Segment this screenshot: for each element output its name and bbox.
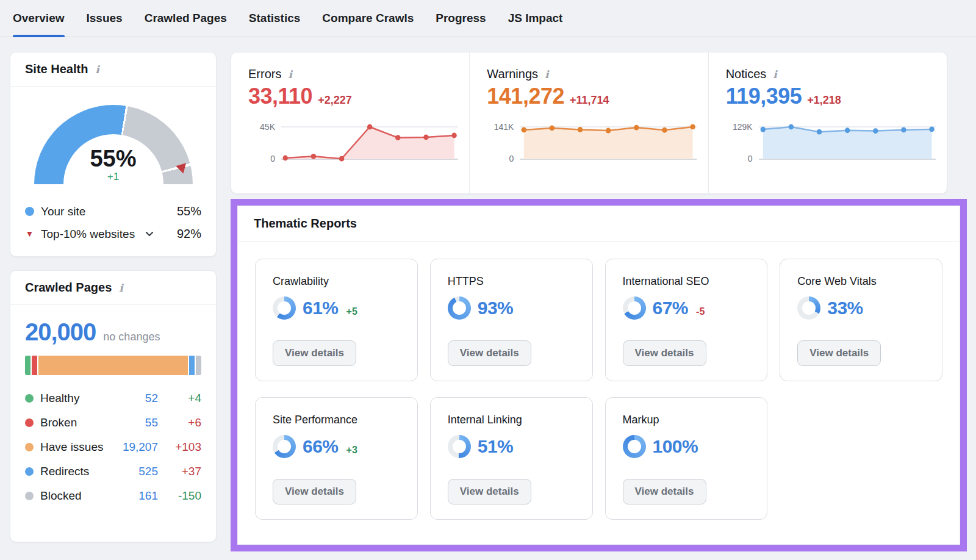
notices-info-icon[interactable]: i <box>772 68 778 81</box>
report-score: 61% <box>303 298 339 318</box>
site-health-score: 55% <box>34 146 193 171</box>
bar-segment-blocked <box>196 356 201 375</box>
top10-triangle-icon: ▼ <box>25 229 34 239</box>
score-ring-icon <box>448 435 471 458</box>
row-value[interactable]: 52 <box>145 392 158 405</box>
tab-crawled-pages[interactable]: Crawled Pages <box>145 0 227 37</box>
report-title: Site Performance <box>273 414 400 426</box>
view-details-button[interactable]: View details <box>273 340 356 366</box>
axis-label: 0 <box>270 154 275 163</box>
site-audit-overview-page: Overview Issues Crawled Pages Statistics… <box>0 0 976 560</box>
notices-count[interactable]: 119,395 <box>726 84 802 109</box>
report-title: Core Web Vitals <box>797 275 925 288</box>
row-value[interactable]: 55 <box>145 416 158 429</box>
axis-label: 129K <box>733 122 753 132</box>
thematic-card-site-performance: Site Performance 66%+3 View details <box>255 397 418 520</box>
blocked-dot-icon <box>25 492 34 500</box>
tab-issues[interactable]: Issues <box>87 0 123 37</box>
thematic-reports-highlight: Thematic Reports Crawlability 61%+5 View… <box>231 199 967 551</box>
view-details-button[interactable]: View details <box>623 479 706 504</box>
row-delta: +6 <box>165 416 201 429</box>
score-ring-icon <box>448 296 471 320</box>
view-details-button[interactable]: View details <box>623 340 706 366</box>
row-label: Blocked <box>40 489 82 503</box>
crawled-pages-card: Crawled Pages i 20,000 no changes <box>10 270 217 542</box>
site-health-header: Site Health i <box>10 52 216 87</box>
gauge-center: 55% +1 <box>34 146 193 183</box>
row-value[interactable]: 525 <box>138 465 158 478</box>
chevron-down-icon[interactable] <box>145 231 154 237</box>
notices-title: Notices <box>726 67 767 81</box>
pages-distribution-bar <box>25 356 201 375</box>
view-details-button[interactable]: View details <box>273 479 356 504</box>
kpi-notices-section: Notices i 119,395 +1,218 129K0 <box>708 52 947 193</box>
row-value[interactable]: 19,207 <box>123 440 158 454</box>
legend-value: 92% <box>177 227 201 241</box>
report-delta: +5 <box>346 306 357 320</box>
thematic-card-crawlability: Crawlability 61%+5 View details <box>255 259 418 381</box>
redirects-dot-icon <box>25 467 34 476</box>
errors-info-icon[interactable]: i <box>287 68 293 81</box>
legend-value: 55% <box>177 204 201 218</box>
crawled-pages-title: Crawled Pages <box>25 281 112 295</box>
crawled-total-note: no changes <box>103 331 160 343</box>
row-value[interactable]: 161 <box>138 489 158 503</box>
row-label: Redirects <box>40 465 89 478</box>
row-delta: +4 <box>165 392 201 405</box>
report-delta: -5 <box>696 306 705 320</box>
report-score: 33% <box>827 298 863 318</box>
healthy-dot-icon <box>25 394 34 403</box>
row-delta: +103 <box>165 440 201 454</box>
view-details-button[interactable]: View details <box>448 479 531 504</box>
errors-title: Errors <box>248 67 281 81</box>
issues-kpi-card: Errors i 33,110 +2,227 45K0 Warnings i 1… <box>231 52 947 194</box>
tab-progress[interactable]: Progress <box>436 0 486 37</box>
list-item-broken: Broken 55 +6 <box>25 411 201 435</box>
thematic-card-https: HTTPS 93% View details <box>430 259 593 381</box>
errors-delta: +2,227 <box>318 94 352 107</box>
errors-sparkline: 45K0 <box>248 121 458 165</box>
crawled-pages-body: 20,000 no changes Healthy 52 +4 <box>10 305 216 508</box>
legend-your-site: Your site 55% <box>25 200 201 223</box>
thematic-card-core-web-vitals: Core Web Vitals 33% View details <box>780 259 942 381</box>
tab-overview[interactable]: Overview <box>13 0 65 37</box>
bar-segment-redirects <box>189 356 195 375</box>
site-health-title: Site Health <box>25 62 88 76</box>
report-score: 66% <box>303 436 339 457</box>
view-details-button[interactable]: View details <box>448 340 531 366</box>
row-label: Have issues <box>40 440 104 454</box>
crawled-pages-list: Healthy 52 +4 Broken 55 +6 Have issues 1… <box>25 386 201 508</box>
warnings-sparkline: 141K0 <box>487 121 697 165</box>
score-ring-icon <box>623 435 646 458</box>
your-site-dot-icon <box>25 207 34 216</box>
row-delta: +37 <box>165 465 201 478</box>
score-ring-icon <box>273 435 296 458</box>
row-delta: -150 <box>165 489 201 503</box>
report-score: 93% <box>478 298 514 318</box>
crawled-pages-info-icon[interactable]: i <box>118 282 124 294</box>
warnings-title: Warnings <box>487 67 538 81</box>
axis-label: 0 <box>748 154 753 163</box>
list-item-healthy: Healthy 52 +4 <box>25 386 201 411</box>
axis-label: 45K <box>260 122 275 132</box>
have-issues-dot-icon <box>25 443 34 451</box>
audit-nav-tabs: Overview Issues Crawled Pages Statistics… <box>0 0 976 37</box>
errors-count[interactable]: 33,110 <box>248 84 312 109</box>
tab-compare-crawls[interactable]: Compare Crawls <box>322 0 414 37</box>
report-delta: +3 <box>346 445 357 458</box>
notices-sparkline: 129K0 <box>726 121 936 165</box>
tab-js-impact[interactable]: JS Impact <box>508 0 563 37</box>
warnings-count[interactable]: 141,272 <box>487 84 564 109</box>
bar-segment-healthy <box>25 356 30 375</box>
report-title: Markup <box>623 414 750 426</box>
axis-label: 141K <box>494 122 514 132</box>
crawled-total: 20,000 <box>25 318 96 346</box>
warnings-info-icon[interactable]: i <box>544 68 550 81</box>
tab-statistics[interactable]: Statistics <box>249 0 300 37</box>
site-health-gauge: 55% +1 <box>34 105 193 184</box>
site-health-info-icon[interactable]: i <box>94 63 100 76</box>
view-details-button[interactable]: View details <box>797 340 881 366</box>
list-item-blocked: Blocked 161 -150 <box>25 484 201 508</box>
thematic-card-markup: Markup 100% View details <box>605 397 768 520</box>
row-label: Broken <box>40 416 77 429</box>
